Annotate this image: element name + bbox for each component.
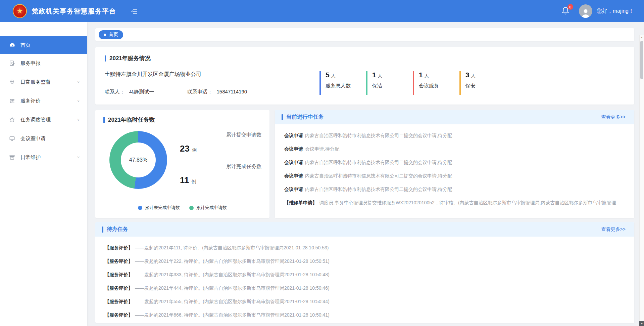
stat-value: 3 [465,71,469,79]
sidebar-item-label: 服务评价 [20,98,41,104]
task-item[interactable]: 会议申请内蒙古自治区呼和浩特市利信息技术有限公司二提交的会议申请,待分配 [284,187,624,193]
sidebar-item-label: 日常维护 [20,154,41,161]
dashboard-icon [9,42,15,48]
todo-item[interactable]: 【服务评价】——发起的2021年444, 待评价。(内蒙古自治区鄂尔多斯市乌审旗… [105,285,624,291]
task-tag: 【服务评价】 [105,312,133,318]
chevron-down-icon: ∨ [77,155,80,159]
temp-task-chart-card: 2021年临时任务数 47.83% 累计提交申请数 23例 累计完成任务数 11… [95,110,269,218]
sidebar-item-meeting-room[interactable]: 会议室申请 [0,129,87,148]
active-dot [104,34,106,36]
temp-task-donut: 47.83% [109,131,167,189]
chart-card-title: 2021年临时任务数 [108,116,155,124]
stat-label: 保洁 [372,83,398,89]
task-text: ——发起的2021年222, 待评价。(内蒙古自治区鄂尔多斯市乌审旗管理局202… [135,258,330,264]
task-tag: 会议申请 [284,146,303,152]
completed-label: 累计完成任务数 [179,163,261,170]
task-tag: 会议申请 [284,133,303,138]
avatar[interactable] [579,4,592,18]
service-card-title: 2021年服务情况 [109,54,151,62]
submitted-label: 累计提交申请数 [179,132,261,138]
ongoing-task-list: 会议申请内蒙古自治区呼和浩特市利信息技术有限公司二提交的会议申请,待分配 会议申… [275,124,634,206]
national-emblem-logo: ★ [13,4,27,18]
chart-legend: 累计未完成申请数 累计完成申请数 [103,205,261,213]
breadcrumb-tab-home[interactable]: 首页 [99,30,123,39]
task-item[interactable]: 【维修单申请】调度员,事务中心管理员提交维修服务WX202102010052，待… [284,200,624,206]
sidebar-item-label: 日常服务监督 [20,79,51,85]
stat-value: 1 [419,71,423,79]
sidebar-item-daily-supervision[interactable]: 日常服务监督 ∨ [0,73,87,91]
sidebar-item-task-scheduling[interactable]: 任务调度管理 ∨ [0,110,87,129]
sidebar-item-label: 服务申报 [20,60,41,67]
task-text: ——发起的2021年111, 待评价。(内蒙古自治区鄂尔多斯市乌审旗管理局202… [135,245,329,250]
title-accent-bar [103,117,105,123]
ongoing-tasks-card: 当前进行中任务 查看更多>> 会议申请内蒙古自治区呼和浩特市利信息技术有限公司二… [275,110,634,218]
task-item[interactable]: 会议申请会议申请,待分配 [284,146,624,152]
hamburger-icon [131,8,138,14]
chevron-down-icon: ∨ [77,99,80,103]
sidebar-item-daily-maintenance[interactable]: 日常维护 ∨ [0,148,87,167]
sidebar-item-label: 会议室申请 [20,135,46,142]
todo-tasks-card: 待办任务 查看更多>> 【服务评价】——发起的2021年111, 待评价。(内蒙… [95,222,634,323]
donut-center-label: 47.83% [121,142,156,177]
stat-value: 5 [326,71,330,79]
completed-value: 11例 [180,175,261,186]
todo-more-link[interactable]: 查看更多>> [601,227,626,233]
company-name: 土默特左旗金川开发区金厦广场物业公司 [105,71,319,78]
scroll-up-arrow[interactable]: ▲ [640,36,644,39]
task-tag: 【服务评价】 [105,285,133,291]
task-tag: 会议申请 [284,187,303,192]
todo-item[interactable]: 【服务评价】——发起的2021年555, 待评价。(内蒙古自治区鄂尔多斯市乌审旗… [105,299,624,305]
ongoing-more-link[interactable]: 查看更多>> [601,114,626,120]
task-item[interactable]: 会议申请内蒙古自治区呼和浩特市利信息技术有限公司二提交的会议申请,待分配 [284,173,624,179]
title-accent-bar [102,227,103,233]
sidebar-item-service-declare[interactable]: 服务申报 [0,54,87,73]
submitted-value: 23例 [180,144,261,154]
legend-completed[interactable]: 累计完成申请数 [189,205,227,211]
todo-item[interactable]: 【服务评价】——发起的2021年666, 待评价。(内蒙古自治区鄂尔多斯市乌审旗… [105,312,624,318]
task-item[interactable]: 会议申请内蒙古自治区呼和浩特市利信息技术有限公司二提交的会议申请,待分配 [284,133,624,139]
stat-label: 保安 [465,83,491,89]
vertical-scrollbar[interactable]: ▲ ▼ [639,35,644,326]
scroll-down-arrow[interactable]: ▼ [639,321,644,326]
task-item[interactable]: 会议申请内蒙古自治区呼和浩特市利信息技术有限公司二提交的会议申请,待分配 [284,160,624,166]
stat-label: 会议服务 [419,83,445,89]
task-tag: 【服务评价】 [105,245,133,250]
presentation-board-icon [9,135,15,142]
task-text: 内蒙古自治区呼和浩特市利信息技术有限公司二提交的会议申请,待分配 [305,133,452,138]
sidebar-item-home[interactable]: 首页 [0,36,87,54]
task-tag: 【服务评价】 [105,258,133,264]
sidebar-item-label: 首页 [20,42,31,48]
todo-item[interactable]: 【服务评价】——发起的2021年222, 待评价。(内蒙古自治区鄂尔多斯市乌审旗… [105,258,624,264]
task-text: ——发起的2021年333, 待评价。(内蒙古自治区鄂尔多斯市乌审旗管理局202… [135,272,330,277]
stat-total-staff: 5人 服务总人数 [319,71,351,95]
task-text: 会议申请,待分配 [305,146,339,152]
task-text: 内蒙古自治区呼和浩特市利信息技术有限公司二提交的会议申请,待分配 [305,160,452,165]
sidebar-item-service-evaluation[interactable]: 服务评价 ∨ [0,91,87,110]
todo-item[interactable]: 【服务评价】——发起的2021年333, 待评价。(内蒙古自治区鄂尔多斯市乌审旗… [105,272,624,278]
todo-card-header: 待办任务 查看更多>> [95,222,634,237]
sidebar-collapse-icon[interactable] [130,7,138,15]
star-icon [9,116,15,123]
stat-unit: 人 [378,73,382,78]
ongoing-card-title: 当前进行中任务 [286,114,324,121]
sidebar: 首页 服务申报 日常服务监督 ∨ 服务评价 ∨ 任务调度管理 ∨ 会议室申请 [0,22,87,326]
contact-label: 联系人： [105,89,125,94]
task-text: 内蒙古自治区呼和浩特市利信息技术有限公司二提交的会议申请,待分配 [305,173,452,178]
legend-uncompleted[interactable]: 累计未完成申请数 [138,205,180,211]
task-tag: 【服务评价】 [105,299,133,304]
notification-badge: 0 [567,4,573,10]
phone-label: 联系电话： [187,89,212,94]
phone-number: 15847114190 [217,89,247,94]
breadcrumb-label: 首页 [109,32,118,38]
top-bar: ★ 党政机关事务智慧服务平台 0 您好，majing！ [0,0,644,22]
title-accent-bar [105,55,106,62]
notification-bell[interactable]: 0 [561,6,570,16]
stat-unit: 人 [331,73,336,78]
contact-name: 马静测试一 [129,89,154,94]
todo-card-title: 待办任务 [107,226,128,233]
task-text: 内蒙古自治区呼和浩特市利信息技术有限公司二提交的会议申请,待分配 [305,187,452,192]
task-tag: 【维修单申请】 [284,200,317,205]
scrollbar-thumb[interactable] [640,41,643,79]
todo-item[interactable]: 【服务评价】——发起的2021年111, 待评价。(内蒙古自治区鄂尔多斯市乌审旗… [105,245,624,251]
task-tag: 【服务评价】 [105,272,133,277]
